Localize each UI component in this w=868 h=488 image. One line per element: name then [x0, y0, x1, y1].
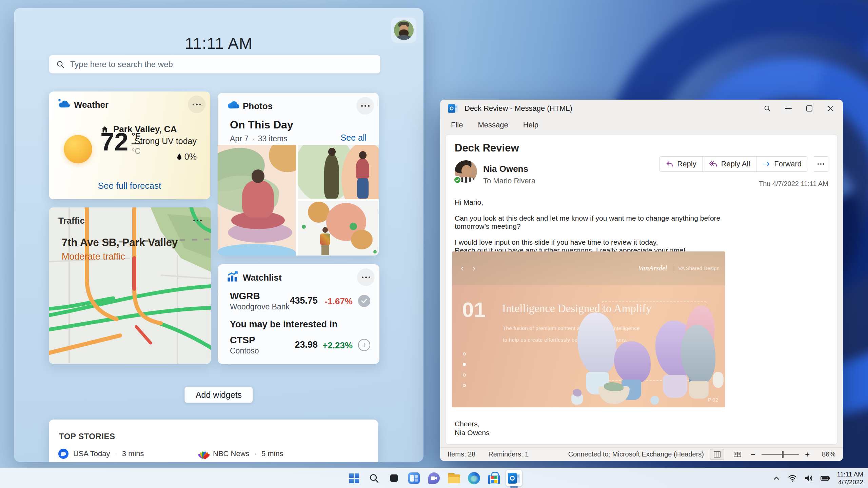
- slide-page-label: P 02: [708, 397, 718, 403]
- reminders-count: Reminders: 1: [488, 450, 529, 458]
- news-story[interactable]: NBC News · 5 mins: [198, 449, 283, 459]
- forward-button[interactable]: Forward: [756, 156, 808, 172]
- zoom-slider-handle[interactable]: [782, 451, 784, 458]
- see-full-forecast-link[interactable]: See full forecast: [49, 181, 210, 191]
- more-options-button[interactable]: [188, 96, 205, 113]
- hanging-vase-decoration: [713, 372, 724, 388]
- widgets-button[interactable]: [406, 470, 422, 486]
- news-story[interactable]: USA Today · 3 mins: [58, 449, 144, 459]
- top-stories-widget[interactable]: TOP STORIES USA Today · 3 mins NBC News …: [49, 420, 378, 462]
- traffic-widget[interactable]: Traffic 7th Ave SB, Park Valley Moderate…: [49, 207, 211, 364]
- watchlist-suggestion-label: You may be interested in: [230, 319, 338, 330]
- desktop-wallpaper: 11:11 AM: [0, 0, 868, 488]
- reading-view-button[interactable]: [730, 449, 745, 460]
- normal-view-button[interactable]: [710, 449, 724, 460]
- stock-change: -1.67%: [321, 296, 353, 307]
- connection-status: Connected to: Microsoft Exchange (Header…: [568, 450, 704, 458]
- stock-price: 435.75: [279, 296, 318, 306]
- menu-message[interactable]: Message: [470, 117, 515, 133]
- zoom-slider[interactable]: [762, 454, 799, 455]
- brand-logo: VanArsdel: [638, 264, 667, 272]
- slide-next-icon[interactable]: ›: [473, 263, 476, 273]
- body-paragraph: I would love input on this slide if you …: [455, 238, 739, 246]
- photos-widget[interactable]: Photos On This Day Apr 7 · 33 items See …: [218, 93, 379, 256]
- web-search-bar[interactable]: [49, 55, 380, 74]
- unit-celsius[interactable]: °C: [132, 147, 140, 156]
- menu-file[interactable]: File: [443, 117, 470, 133]
- zoom-in-button[interactable]: +: [805, 450, 810, 459]
- window-title: Deck Review - Message (HTML): [465, 104, 572, 113]
- file-explorer-button[interactable]: [446, 470, 462, 486]
- widgets-icon: [408, 472, 420, 484]
- traffic-map[interactable]: [49, 207, 211, 364]
- slide-navigation: ‹ ›: [461, 263, 475, 273]
- outlook-app-icon: [448, 104, 458, 113]
- minimize-button[interactable]: [778, 100, 799, 117]
- message-reading-pane: Deck Review Nia Owens To Mario Rivera Re…: [446, 134, 837, 445]
- reply-all-button[interactable]: Reply All: [703, 156, 757, 172]
- more-actions-button[interactable]: [813, 156, 829, 172]
- watchlist-added-check-icon[interactable]: [358, 295, 370, 307]
- menu-help[interactable]: Help: [516, 117, 546, 133]
- plant-decoration: [577, 312, 616, 375]
- watchlist-add-plus-icon[interactable]: +: [358, 339, 370, 351]
- search-input[interactable]: [70, 60, 373, 69]
- onedrive-cloud-icon: [226, 100, 240, 110]
- traffic-route: 7th Ave SB, Park Valley: [62, 237, 178, 249]
- stock-symbol[interactable]: WGRB: [230, 291, 260, 302]
- slide-number: 01: [462, 298, 486, 322]
- zoom-level: 86%: [816, 450, 835, 458]
- on-this-day-subtitle: Apr 7 · 33 items: [230, 134, 288, 143]
- forward-icon: [763, 160, 771, 168]
- user-profile-button[interactable]: [391, 18, 416, 43]
- tray-chevron-up-icon[interactable]: [772, 474, 781, 483]
- chat-button[interactable]: [426, 470, 442, 486]
- message-subject: Deck Review: [455, 142, 519, 154]
- taskbar-search-button[interactable]: [366, 470, 382, 486]
- signature-line: Nia Owens: [455, 429, 490, 437]
- slide-prev-icon[interactable]: ‹: [461, 263, 464, 273]
- photo-circles-man[interactable]: [298, 201, 379, 256]
- window-search-button[interactable]: [757, 100, 778, 117]
- volume-icon[interactable]: [804, 474, 813, 483]
- outlook-statusbar: Items: 28 Reminders: 1 Connected to: Mic…: [440, 447, 843, 461]
- tray-date: 4/7/2022: [837, 478, 863, 486]
- edge-button[interactable]: [466, 470, 482, 486]
- sender-name[interactable]: Nia Owens: [483, 164, 528, 174]
- store-button[interactable]: [486, 470, 502, 486]
- close-button[interactable]: [820, 100, 841, 117]
- zoom-out-button[interactable]: −: [751, 450, 755, 459]
- see-all-link[interactable]: See all: [341, 133, 367, 143]
- task-view-button[interactable]: [386, 470, 402, 486]
- add-widgets-button[interactable]: Add widgets: [184, 387, 253, 403]
- weather-cloud-icon: [58, 98, 71, 110]
- presence-available-icon: [453, 176, 461, 184]
- outlook-taskbar-button[interactable]: [506, 470, 522, 486]
- photo-collage[interactable]: [218, 145, 379, 256]
- raindrop-icon: [176, 153, 182, 161]
- more-options-button[interactable]: [356, 97, 374, 115]
- photo-highfive[interactable]: [298, 145, 379, 199]
- start-button[interactable]: [346, 470, 362, 486]
- embedded-slide-image[interactable]: ‹ › VanArsdel VA Shared Design 01 Intell…: [452, 251, 725, 407]
- stock-symbol[interactable]: CTSP: [230, 335, 255, 346]
- maximize-button[interactable]: [799, 100, 820, 117]
- tray-clock[interactable]: 11:11 AM 4/7/2022: [837, 470, 863, 486]
- more-options-button[interactable]: [189, 211, 206, 229]
- temperature-value: 72: [100, 129, 128, 156]
- photo-meditation[interactable]: [218, 145, 296, 256]
- watchlist-widget[interactable]: Watchlist WGRB Woodgrove Bank 435.75 -1.…: [218, 264, 379, 364]
- vase-decoration: [663, 375, 687, 398]
- reading-view-icon: [733, 451, 742, 458]
- wifi-icon[interactable]: [788, 474, 797, 483]
- recipient-line[interactable]: To Mario Rivera: [483, 177, 535, 185]
- battery-icon[interactable]: [820, 474, 830, 482]
- reply-button[interactable]: Reply: [659, 156, 703, 172]
- weather-widget[interactable]: Weather Park Valley, CA 72 °F °C Strong …: [49, 92, 210, 199]
- signature-line: Cheers,: [455, 420, 480, 428]
- search-icon: [56, 60, 65, 69]
- sunny-icon: [64, 135, 92, 163]
- window-titlebar[interactable]: Deck Review - Message (HTML): [440, 100, 843, 117]
- more-options-button[interactable]: [357, 268, 375, 286]
- search-icon: [369, 473, 379, 483]
